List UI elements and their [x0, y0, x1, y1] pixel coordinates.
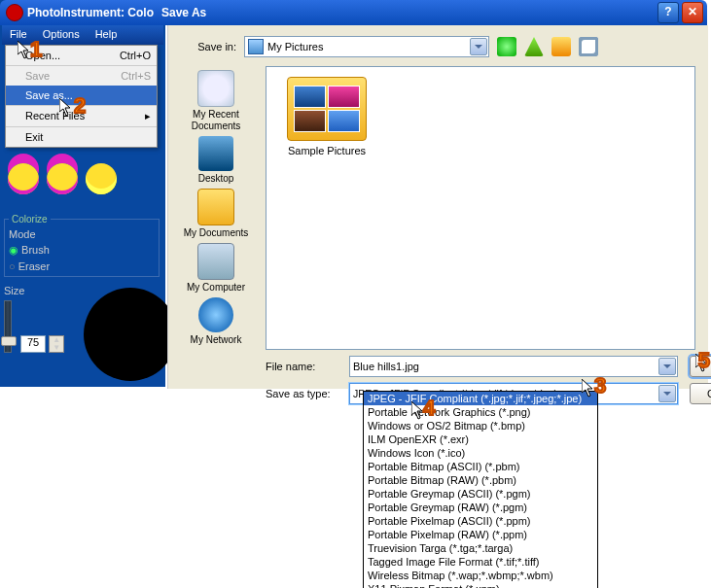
save-as-dialog: Save in: My Pictures My Recent Documents…	[167, 25, 708, 389]
documents-icon	[197, 189, 234, 225]
chevron-down-icon[interactable]	[470, 38, 487, 55]
filename-label: File name:	[266, 361, 349, 372]
format-option[interactable]: Portable Bitmap (RAW) (*.pbm)	[364, 473, 597, 487]
desktop-icon	[198, 136, 233, 171]
submenu-arrow-icon: ▸	[135, 110, 151, 122]
menu-save: SaveCtrl+S	[6, 65, 157, 86]
callout-5: 5	[698, 348, 710, 373]
new-folder-icon[interactable]	[551, 37, 571, 56]
places-desktop[interactable]: Desktop	[177, 136, 255, 185]
cursor-icon	[18, 41, 31, 60]
emoji-row	[8, 163, 117, 194]
close-button[interactable]: ✕	[682, 2, 703, 23]
cursor-icon	[59, 98, 73, 118]
colorize-group: Colorize Mode ◉ Brush ○ Eraser	[4, 214, 160, 277]
spinner-icon[interactable]: ▲▼	[49, 335, 64, 353]
format-option[interactable]: JPEG - JFIF Compliant (*.jpg;*.jif;*.jpe…	[364, 392, 597, 405]
folder-sample-pictures[interactable]: Sample Pictures	[280, 77, 373, 156]
format-option[interactable]: Portable Network Graphics (*.png)	[364, 405, 597, 419]
callout-1: 1	[30, 37, 42, 62]
filename-input[interactable]: Blue hills1.jpg	[349, 356, 678, 377]
menu-help[interactable]: Help	[88, 25, 125, 45]
emoji-icon	[86, 163, 117, 194]
dialog-toolbar: Save in: My Pictures	[168, 25, 708, 64]
format-option[interactable]: ILM OpenEXR (*.exr)	[364, 432, 597, 446]
mode-label: Mode	[9, 228, 155, 240]
places-mynet[interactable]: My Network	[177, 297, 255, 346]
format-option[interactable]: Windows or OS/2 Bitmap (*.bmp)	[364, 419, 597, 432]
radio-eraser[interactable]: Eraser	[18, 260, 50, 272]
cursor-icon	[582, 379, 595, 398]
callout-3: 3	[594, 373, 606, 398]
brush-preview	[84, 288, 177, 381]
app-icon	[6, 4, 23, 21]
chevron-down-icon[interactable]	[658, 385, 676, 402]
format-option[interactable]: Portable Greymap (ASCII) (*.pgm)	[364, 487, 597, 501]
save-in-label: Save in:	[182, 41, 236, 52]
menu-options[interactable]: Options	[35, 25, 88, 45]
dialog-title: Save As	[161, 6, 206, 19]
format-option[interactable]: Tagged Image File Format (*.tif;*.tiff)	[364, 555, 597, 569]
callout-4: 4	[423, 396, 435, 421]
emoji-icon	[47, 163, 78, 194]
type-label: Save as type:	[266, 388, 349, 399]
format-option[interactable]: Truevision Targa (*.tga;*.targa)	[364, 541, 597, 555]
up-icon[interactable]	[524, 37, 544, 56]
size-value[interactable]: 75	[20, 335, 46, 353]
save-in-combo[interactable]: My Pictures	[244, 36, 489, 57]
radio-brush[interactable]: Brush	[21, 244, 50, 256]
format-option[interactable]: Portable Bitmap (ASCII) (*.pbm)	[364, 460, 597, 473]
size-slider[interactable]	[4, 300, 12, 353]
emoji-icon	[8, 163, 39, 194]
network-icon	[198, 297, 233, 332]
recent-icon	[197, 70, 234, 107]
menu-exit[interactable]: Exit	[6, 126, 157, 147]
callout-2: 2	[74, 93, 86, 119]
places-mycomp[interactable]: My Computer	[177, 243, 255, 294]
format-option[interactable]: Wireless Bitmap (*.wap;*.wbmp;*.wbm)	[364, 569, 597, 582]
computer-icon	[197, 243, 234, 280]
folder-location-icon	[248, 39, 264, 54]
view-menu-icon[interactable]	[579, 37, 598, 56]
places-mydocs[interactable]: My Documents	[177, 189, 255, 239]
format-option[interactable]: Portable Pixelmap (RAW) (*.ppm)	[364, 528, 597, 541]
app-title: PhotoInstrument: Colo	[27, 6, 154, 19]
format-option[interactable]: Windows Icon (*.ico)	[364, 446, 597, 460]
folder-icon	[287, 77, 367, 141]
type-dropdown-list[interactable]: JPEG - JFIF Compliant (*.jpg;*.jif;*.jpe…	[363, 391, 598, 588]
places-recent[interactable]: My Recent Documents	[177, 70, 255, 132]
file-list[interactable]: Sample Pictures	[266, 66, 695, 350]
format-option[interactable]: Portable Greymap (RAW) (*.pgm)	[364, 501, 597, 514]
back-icon[interactable]	[497, 37, 516, 56]
help-button[interactable]: ?	[658, 2, 679, 23]
format-option[interactable]: X11 Pixmap Format (*.xpm)	[364, 582, 597, 588]
format-option[interactable]: Portable Pixelmap (ASCII) (*.ppm)	[364, 514, 597, 528]
places-sidebar: My Recent Documents Desktop My Documents…	[168, 64, 264, 381]
chevron-down-icon[interactable]	[658, 358, 676, 375]
cancel-button[interactable]: Cancel	[690, 383, 711, 404]
titlebar: PhotoInstrument: Colo Save As ? ✕	[0, 0, 707, 25]
